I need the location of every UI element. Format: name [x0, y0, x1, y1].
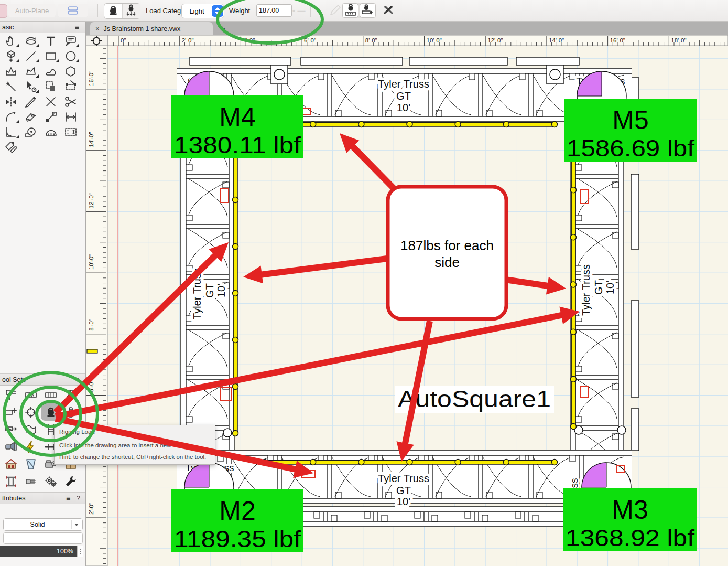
polygon-icon: [24, 65, 38, 78]
document-tab[interactable]: × Js Brainstorm 1 share.vwx: [90, 22, 213, 35]
svg-text:GT: GT: [204, 283, 215, 298]
load-mode-segmented-control: [104, 3, 140, 19]
clipped-control: [0, 4, 7, 18]
tool-protractor[interactable]: [41, 124, 61, 140]
h-ruler-label: 4'-0": [243, 37, 255, 44]
tool-screw-bolt[interactable]: [21, 473, 41, 490]
load-result-tag[interactable]: M31368.92 lbf: [563, 488, 697, 551]
tool-regular-polygon[interactable]: [61, 63, 81, 79]
toolbar-separator: [97, 4, 98, 17]
soft-goods-icon: [24, 423, 38, 436]
tool-trim[interactable]: [61, 94, 81, 109]
help-icon[interactable]: ?: [77, 495, 80, 502]
tool-mirror[interactable]: [1, 94, 21, 109]
fill-style-dropdown[interactable]: Solid: [3, 518, 83, 531]
tool-fillet[interactable]: [1, 109, 21, 124]
tool-sets-header[interactable]: ool Sets ≡: [0, 373, 85, 386]
tool-truss-direction[interactable]: [1, 421, 21, 438]
tool-power-connection[interactable]: [21, 438, 41, 455]
tool-gear-settings[interactable]: [41, 473, 61, 490]
attributes-header[interactable]: ttributes ≡ ?: [0, 492, 85, 504]
load-category-popup[interactable]: Light: [181, 4, 224, 18]
tool-line[interactable]: [21, 48, 41, 63]
tool-eraser[interactable]: [21, 109, 41, 124]
tool-truss-corner[interactable]: [1, 386, 21, 403]
calc-loads-button[interactable]: [342, 3, 358, 18]
load-result-tag[interactable]: M41380.11 lbf: [171, 95, 303, 158]
load-name: M2: [219, 496, 255, 526]
drawing-area[interactable]: 0"2'-0"4'-0"6'-0"8'-0"10'-0"12'-0"14'-0"…: [85, 35, 728, 566]
tool-split[interactable]: [41, 94, 61, 109]
weight-input[interactable]: [256, 4, 292, 17]
text-icon: [44, 34, 58, 48]
tool-soft-goods[interactable]: [21, 421, 41, 438]
tool-truss-straight[interactable]: [21, 386, 41, 403]
load-result-tag[interactable]: M21189.35 lbf: [171, 489, 303, 552]
tool-braceworks-target[interactable]: [21, 403, 41, 421]
auto-plane-button[interactable]: Auto-Plane: [8, 4, 56, 17]
tool-freehand[interactable]: [41, 63, 61, 79]
document-tab-bar: × Js Brainstorm 1 share.vwx +: [85, 21, 728, 35]
tool-flyover[interactable]: [21, 33, 41, 48]
weight-arrows-icon: [124, 4, 138, 18]
tools-button[interactable]: [381, 4, 396, 17]
working-plane-button[interactable]: [58, 4, 88, 17]
autosquare-label[interactable]: AutoSquare1: [395, 386, 554, 413]
basic-palette-header[interactable]: asic ≡: [0, 21, 85, 33]
tool-house-rigging[interactable]: [1, 455, 21, 473]
tool-select-similar[interactable]: [21, 79, 41, 94]
load-result-tag[interactable]: M51586.69 lbf: [564, 99, 697, 162]
circle-icon: [64, 49, 78, 63]
tool-reshape[interactable]: [61, 79, 81, 94]
popup-stepper-icon: [212, 5, 223, 17]
tool-attribute-brush[interactable]: [21, 94, 41, 109]
tool-rigging-load[interactable]: [41, 403, 61, 421]
braceworks-button-group: [342, 3, 376, 18]
tool-magic-wand[interactable]: [1, 79, 21, 94]
tool-tape-measure[interactable]: [21, 124, 41, 140]
tool-polygon[interactable]: [21, 63, 41, 79]
tool-marquee-move[interactable]: [41, 79, 61, 94]
fill-style-value: Solid: [4, 521, 71, 528]
tool-tags[interactable]: [1, 140, 21, 155]
opacity-bar[interactable]: 100%: [0, 546, 77, 557]
tool-circle[interactable]: [61, 48, 81, 63]
hoist-updown-icon: [64, 388, 78, 402]
linear-dimension-icon: [64, 110, 78, 124]
load-name: M4: [219, 102, 255, 132]
tool-vertical-pipe[interactable]: [61, 403, 81, 421]
tool-linear-dimension[interactable]: [61, 109, 81, 124]
new-tab-button[interactable]: +: [217, 22, 229, 35]
load-value: 1586.69 lbf: [567, 135, 695, 162]
tool-wrench[interactable]: [61, 473, 81, 490]
tool-angle-dimension[interactable]: [1, 124, 21, 140]
distributed-load-button[interactable]: [122, 4, 140, 18]
tool-rectangle[interactable]: [41, 48, 61, 63]
opacity-stepper[interactable]: [77, 546, 83, 557]
tool-pan[interactable]: [1, 33, 21, 48]
vectorworks-window: { "toolbar": { "auto_plane_label": "Auto…: [0, 0, 728, 566]
hamburger-icon[interactable]: ≡: [75, 23, 79, 31]
calc-summary-button[interactable]: [360, 3, 376, 18]
tool-connect[interactable]: [41, 109, 61, 124]
point-load-button[interactable]: [104, 4, 122, 18]
tool-extrude[interactable]: [1, 48, 21, 63]
v-ruler-label: 12'-0": [88, 193, 94, 208]
basic-tool-grid: [1, 33, 81, 155]
hamburger-icon[interactable]: ≡: [75, 376, 79, 384]
plane-icon: [66, 4, 80, 17]
tool-half-coupler[interactable]: [1, 403, 21, 421]
tool-text[interactable]: [41, 33, 61, 48]
tool-led-panel[interactable]: [21, 455, 41, 473]
tool-video-light[interactable]: [1, 438, 21, 455]
half-coupler-icon: [4, 405, 18, 419]
tool-data-tag[interactable]: [61, 124, 81, 140]
tool-truss-insert[interactable]: [41, 386, 61, 403]
fill-color-field[interactable]: [3, 532, 83, 544]
hamburger-icon[interactable]: ≡: [66, 494, 70, 503]
tool-arc[interactable]: [1, 63, 21, 79]
tab-close-icon[interactable]: ×: [95, 25, 100, 33]
tool-callout[interactable]: [61, 33, 81, 48]
tool-hoist-updown[interactable]: [61, 386, 81, 403]
tool-steel-beam[interactable]: [1, 473, 21, 490]
